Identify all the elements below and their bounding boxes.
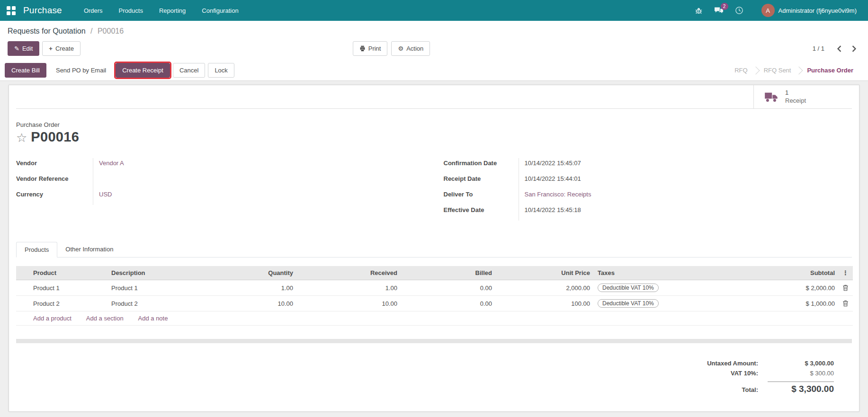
messages-count-badge: 2 bbox=[721, 3, 728, 10]
user-name: Administrator (fj6nyue0vi9m) bbox=[779, 7, 857, 14]
cell-unit-price[interactable]: 100.00 bbox=[496, 296, 594, 311]
confirmation-date-label: Confirmation Date bbox=[444, 158, 519, 167]
apps-grid-icon[interactable] bbox=[7, 6, 16, 15]
create-receipt-highlight: Create Receipt bbox=[116, 63, 170, 78]
table-row[interactable]: Product 2 Product 2 10.00 10.00 0.00 100… bbox=[16, 296, 853, 311]
cell-received[interactable]: 1.00 bbox=[297, 280, 401, 296]
add-a-note-link[interactable]: Add a note bbox=[138, 315, 168, 322]
breadcrumb-parent-link[interactable]: Requests for Quotation bbox=[8, 27, 86, 35]
printer-icon bbox=[359, 45, 366, 52]
effective-date-label: Effective Date bbox=[444, 205, 519, 213]
optional-columns-icon[interactable]: ⋮ bbox=[839, 266, 853, 280]
cell-description[interactable]: Product 1 bbox=[107, 280, 259, 296]
cell-description[interactable]: Product 2 bbox=[107, 296, 259, 311]
cell-quantity[interactable]: 10.00 bbox=[259, 296, 297, 311]
print-button[interactable]: Print bbox=[353, 41, 388, 56]
cell-taxes[interactable]: Deductible VAT 10% bbox=[594, 296, 731, 311]
receipt-label: Receipt bbox=[785, 97, 806, 105]
action-button[interactable]: ⚙ Action bbox=[391, 41, 430, 56]
untaxed-amount-label: Untaxed Amount: bbox=[678, 360, 768, 367]
cell-product[interactable]: Product 2 bbox=[29, 296, 107, 311]
tab-other-information[interactable]: Other Information bbox=[57, 242, 121, 257]
tab-products[interactable]: Products bbox=[16, 242, 57, 257]
pencil-icon: ✎ bbox=[14, 45, 19, 52]
state-rfq-sent[interactable]: RFQ Sent bbox=[758, 63, 797, 77]
col-taxes[interactable]: Taxes bbox=[594, 266, 731, 280]
receipt-stat-button[interactable]: 1 Receipt bbox=[753, 85, 852, 108]
create-bill-button[interactable]: Create Bill bbox=[5, 63, 46, 78]
col-description[interactable]: Description bbox=[107, 266, 259, 280]
lock-button[interactable]: Lock bbox=[208, 63, 234, 78]
currency-value[interactable]: USD bbox=[93, 189, 425, 205]
col-subtotal[interactable]: Subtotal bbox=[731, 266, 839, 280]
menu-reporting[interactable]: Reporting bbox=[152, 1, 192, 20]
delete-row-icon[interactable] bbox=[839, 296, 853, 311]
totals-summary: Untaxed Amount: $ 3,000.00 VAT 10%: $ 30… bbox=[678, 358, 834, 396]
vendor-label: Vendor bbox=[16, 158, 93, 167]
app-window: Purchase Orders Products Reporting Confi… bbox=[0, 0, 868, 417]
untaxed-amount-value: $ 3,000.00 bbox=[768, 360, 834, 367]
effective-date-value: 10/14/2022 15:45:18 bbox=[519, 205, 852, 221]
messages-icon[interactable]: 2 bbox=[709, 4, 728, 18]
receipt-date-value: 10/14/2022 15:44:01 bbox=[519, 174, 852, 189]
user-avatar[interactable]: A bbox=[761, 4, 775, 17]
col-received[interactable]: Received bbox=[297, 266, 401, 280]
deliver-to-value[interactable]: San Francisco: Receipts bbox=[519, 189, 852, 205]
total-value: $ 3,300.00 bbox=[768, 382, 834, 394]
add-a-product-link[interactable]: Add a product bbox=[33, 315, 72, 322]
favorite-star-icon[interactable]: ☆ bbox=[16, 132, 27, 145]
cell-billed[interactable]: 0.00 bbox=[401, 280, 496, 296]
cell-received[interactable]: 10.00 bbox=[297, 296, 401, 311]
create-button[interactable]: + Create bbox=[42, 41, 81, 56]
menu-configuration[interactable]: Configuration bbox=[195, 1, 245, 20]
cell-subtotal: $ 2,000.00 bbox=[731, 280, 839, 296]
field-group-right: Confirmation Date 10/14/2022 15:45:07 Re… bbox=[444, 158, 852, 221]
horizontal-scrollbar[interactable] bbox=[16, 339, 852, 343]
table-row[interactable]: Product 1 Product 1 1.00 1.00 0.00 2,000… bbox=[16, 280, 853, 296]
col-billed[interactable]: Billed bbox=[401, 266, 496, 280]
menu-orders[interactable]: Orders bbox=[77, 1, 109, 20]
gear-icon: ⚙ bbox=[398, 45, 403, 52]
vendor-value[interactable]: Vendor A bbox=[93, 158, 425, 174]
truck-icon bbox=[764, 91, 779, 103]
cell-product[interactable]: Product 1 bbox=[29, 280, 107, 296]
cell-taxes[interactable]: Deductible VAT 10% bbox=[594, 280, 731, 296]
pager-previous-icon[interactable] bbox=[833, 44, 846, 54]
add-a-section-link[interactable]: Add a section bbox=[86, 315, 124, 322]
menu-products[interactable]: Products bbox=[112, 1, 150, 20]
state-purchase-order[interactable]: Purchase Order bbox=[801, 63, 859, 77]
vat-value: $ 300.00 bbox=[768, 370, 834, 377]
col-quantity[interactable]: Quantity bbox=[259, 266, 297, 280]
tax-badge[interactable]: Deductible VAT 10% bbox=[598, 284, 659, 292]
row-handle[interactable] bbox=[16, 280, 29, 296]
col-product[interactable]: Product bbox=[29, 266, 107, 280]
user-menu[interactable]: A Administrator (fj6nyue0vi9m) bbox=[750, 1, 861, 20]
record-title: P00016 bbox=[31, 129, 79, 145]
button-box: 1 Receipt bbox=[16, 85, 852, 109]
edit-button[interactable]: ✎ Edit bbox=[8, 41, 39, 56]
vat-label: VAT 10%: bbox=[678, 370, 768, 377]
col-unit-price[interactable]: Unit Price bbox=[496, 266, 594, 280]
tax-badge[interactable]: Deductible VAT 10% bbox=[598, 299, 659, 308]
breadcrumb: Requests for Quotation / P00016 bbox=[8, 21, 860, 38]
pager-next-icon[interactable] bbox=[848, 44, 860, 54]
statusbar: Create Bill Send PO by Email Create Rece… bbox=[0, 61, 868, 81]
cell-unit-price[interactable]: 2,000.00 bbox=[496, 280, 594, 296]
doc-type-label: Purchase Order bbox=[16, 121, 852, 128]
cell-quantity[interactable]: 1.00 bbox=[259, 280, 297, 296]
app-title[interactable]: Purchase bbox=[23, 5, 62, 16]
state-rfq[interactable]: RFQ bbox=[728, 63, 753, 77]
control-panel: Requests for Quotation / P00016 ✎ Edit +… bbox=[0, 21, 868, 61]
cell-billed[interactable]: 0.00 bbox=[401, 296, 496, 311]
activities-clock-icon[interactable] bbox=[730, 3, 748, 18]
cancel-button[interactable]: Cancel bbox=[173, 63, 205, 78]
delete-row-icon[interactable] bbox=[839, 280, 853, 296]
debug-bug-icon[interactable] bbox=[690, 4, 707, 18]
order-lines-table: Product Description Quantity Received Bi… bbox=[16, 266, 853, 326]
vendor-reference-value[interactable] bbox=[93, 174, 425, 189]
confirmation-date-value: 10/14/2022 15:45:07 bbox=[519, 158, 852, 174]
row-handle[interactable] bbox=[16, 296, 29, 311]
send-po-by-email-button[interactable]: Send PO by Email bbox=[49, 63, 113, 78]
create-receipt-button[interactable]: Create Receipt bbox=[116, 63, 170, 78]
pager-counter: 1 / 1 bbox=[813, 45, 824, 52]
